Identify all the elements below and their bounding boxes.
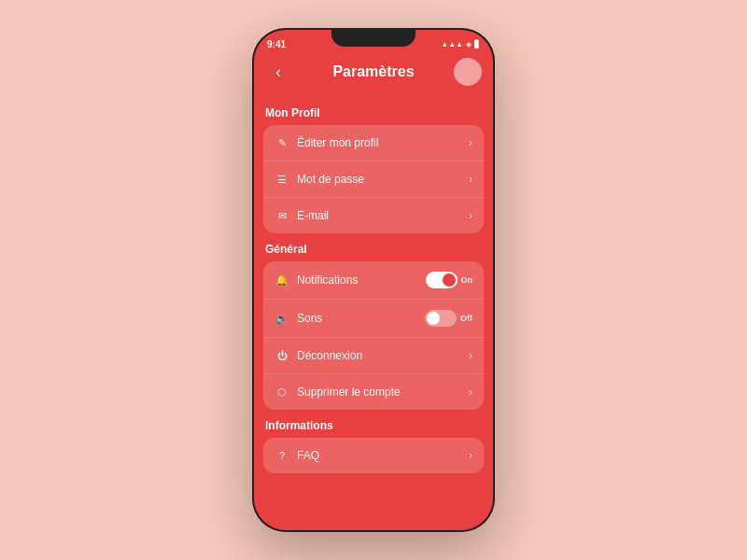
page-title: Paramètres	[332, 63, 414, 80]
deconnexion-label: Déconnexion	[297, 349, 469, 362]
wifi-icon: ◈	[466, 40, 472, 49]
edit-profile-chevron: ›	[469, 136, 472, 149]
sons-toggle-wrap: Off	[425, 310, 472, 327]
sons-toggle-thumb	[427, 312, 440, 325]
sons-toggle-label: Off	[460, 314, 472, 323]
notifications-icon: 🔔	[275, 273, 289, 287]
section-label-0: Mon Profil	[265, 106, 484, 119]
settings-item-sons[interactable]: 🔈SonsOff	[263, 300, 484, 338]
settings-item-password[interactable]: ☰Mot de passe›	[263, 161, 484, 198]
settings-item-edit-profile[interactable]: ✎Éditer mon profil›	[263, 125, 484, 161]
deconnexion-chevron: ›	[469, 349, 472, 362]
email-label: E-mail	[297, 209, 469, 222]
password-icon: ☰	[275, 172, 289, 187]
settings-item-faq[interactable]: ?FAQ›	[263, 438, 484, 473]
settings-item-notifications[interactable]: 🔔NotificationsOn	[263, 261, 484, 300]
email-icon: ✉	[275, 208, 289, 223]
notifications-label: Notifications	[297, 273, 426, 287]
notifications-toggle-wrap: On	[426, 272, 473, 288]
supprimer-icon: ⬡	[275, 385, 289, 399]
settings-item-deconnexion[interactable]: ⏻Déconnexion›	[263, 338, 484, 374]
sons-icon: 🔈	[275, 311, 289, 326]
faq-label: FAQ	[297, 449, 469, 462]
settings-group-1: 🔔NotificationsOn🔈SonsOff⏻Déconnexion›⬡Su…	[263, 261, 484, 410]
status-time: 9:41	[267, 39, 286, 49]
edit-profile-label: Éditer mon profil	[297, 136, 469, 149]
section-label-2: Informations	[265, 419, 484, 432]
battery-icon: ▊	[474, 40, 480, 49]
password-label: Mot de passe	[297, 173, 469, 186]
edit-profile-icon: ✎	[275, 135, 289, 150]
sons-label: Sons	[297, 312, 425, 325]
phone-frame: 9:41 ▲▲▲ ◈ ▊ ‹ Paramètres Mon Profil✎Édi…	[252, 28, 495, 532]
section-label-1: Général	[265, 243, 484, 256]
settings-group-2: ?FAQ›	[263, 438, 484, 473]
deconnexion-icon: ⏻	[275, 348, 289, 363]
settings-item-email[interactable]: ✉E-mail›	[263, 198, 484, 233]
faq-chevron: ›	[469, 449, 472, 462]
password-chevron: ›	[469, 173, 472, 186]
notifications-toggle[interactable]	[426, 272, 458, 288]
settings-item-supprimer[interactable]: ⬡Supprimer le compte›	[263, 374, 484, 410]
notifications-toggle-thumb	[443, 273, 456, 287]
email-chevron: ›	[469, 209, 472, 222]
notifications-toggle-label: On	[461, 275, 473, 285]
faq-icon: ?	[275, 448, 289, 463]
avatar[interactable]	[454, 58, 482, 86]
sons-toggle[interactable]	[425, 310, 457, 327]
signal-icon: ▲▲▲	[441, 40, 463, 49]
supprimer-chevron: ›	[469, 385, 472, 399]
notch	[331, 28, 416, 47]
back-button[interactable]: ‹	[265, 59, 291, 85]
status-icons: ▲▲▲ ◈ ▊	[441, 40, 480, 49]
settings-group-0: ✎Éditer mon profil›☰Mot de passe›✉E-mail…	[263, 125, 484, 233]
settings-content: Mon Profil✎Éditer mon profil›☰Mot de pas…	[252, 93, 495, 532]
supprimer-label: Supprimer le compte	[297, 385, 469, 399]
page-header: ‹ Paramètres	[252, 54, 495, 93]
